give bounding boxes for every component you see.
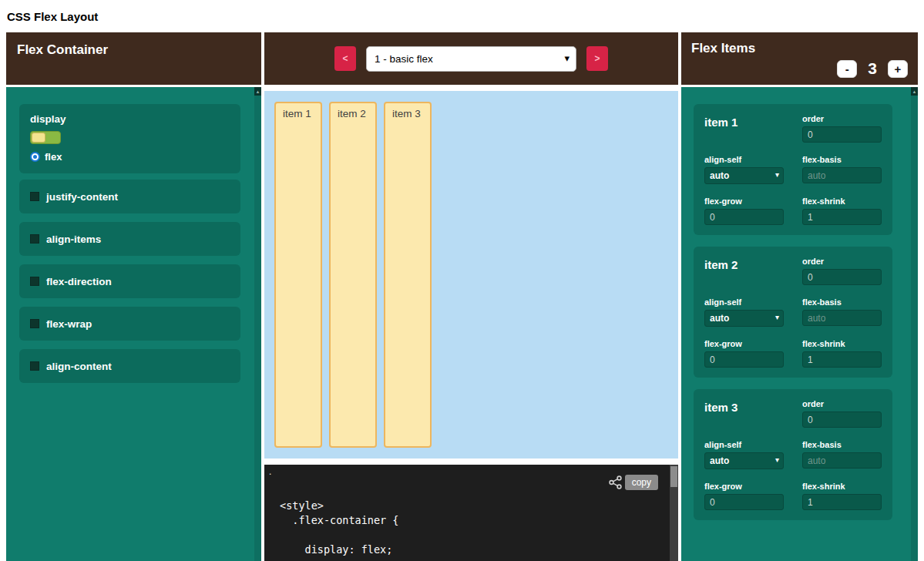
justify-content-label: justify-content [46, 191, 118, 203]
scroll-up-arrow-icon[interactable]: ▲ [254, 87, 261, 96]
order-input[interactable] [802, 126, 882, 143]
example-select[interactable]: 1 - basic flex [366, 46, 576, 72]
align-content-label: align-content [46, 361, 112, 372]
flex-shrink-label: flex-shrink [802, 482, 882, 491]
display-flex-radio-label: flex [45, 151, 62, 163]
flex-shrink-input[interactable] [802, 209, 882, 225]
flex-items-panel-title: Flex Items [691, 41, 908, 56]
remove-item-button[interactable]: - [837, 60, 857, 78]
display-label: display [30, 113, 230, 125]
flex-basis-input[interactable] [802, 310, 882, 326]
property-card-align-items: align-items [19, 222, 240, 256]
flex-shrink-input[interactable] [802, 494, 882, 510]
align-items-label: align-items [46, 233, 101, 245]
item-card-title: item 2 [704, 257, 784, 271]
right-panel-scrollbar[interactable]: ▲ [911, 87, 918, 561]
flex-basis-field: flex-basis [802, 297, 882, 326]
flex-wrap-checkbox[interactable] [30, 319, 39, 328]
flex-basis-field: flex-basis [802, 440, 882, 469]
flex-shrink-input[interactable] [802, 351, 882, 368]
align-content-checkbox[interactable] [30, 361, 39, 371]
item-count-controls: - 3 + [691, 59, 908, 78]
flex-container-panel-header: Flex Container [6, 32, 261, 85]
copy-code-button[interactable]: copy [625, 475, 658, 490]
flex-items-panel-header: Flex Items - 3 + [681, 32, 918, 85]
flex-wrap-label: flex-wrap [46, 318, 92, 330]
item-count: 3 [868, 59, 877, 78]
order-field: order [802, 257, 882, 285]
flex-basis-label: flex-basis [802, 155, 882, 164]
preview-flex-item-3: item 3 [384, 102, 432, 448]
preview-panel: < 1 - basic flex ▾ > item 1 item 2 item … [264, 32, 678, 561]
code-panel: . copy <style> .flex-container { display… [264, 465, 678, 561]
align-self-select[interactable]: auto [704, 310, 784, 327]
example-select-wrap: 1 - basic flex ▾ [366, 46, 576, 72]
align-self-select-wrap: auto ▾ [704, 167, 784, 184]
flex-shrink-label: flex-shrink [802, 339, 882, 348]
align-self-field: align-self auto ▾ [704, 297, 784, 327]
align-self-field: align-self auto ▾ [704, 155, 784, 184]
order-input[interactable] [802, 269, 882, 285]
align-self-select-wrap: auto ▾ [704, 452, 784, 469]
order-field: order [802, 399, 882, 428]
display-flex-radio-row: flex [30, 151, 230, 163]
item-card-3: item 3 order align-self auto ▾ flex-basi [694, 389, 892, 520]
property-card-flex-wrap: flex-wrap [19, 307, 240, 341]
flex-basis-label: flex-basis [802, 440, 882, 449]
flex-items-panel: Flex Items - 3 + item 1 order align-self [681, 32, 918, 561]
scroll-up-arrow-icon[interactable]: ▲ [911, 87, 918, 96]
preview-flex-item-2: item 2 [329, 102, 377, 448]
order-input[interactable] [802, 412, 882, 428]
flex-direction-checkbox[interactable] [30, 277, 39, 286]
item-card-2: item 2 order align-self auto ▾ flex-basi [694, 247, 892, 378]
flex-basis-input[interactable] [802, 167, 882, 183]
flex-shrink-label: flex-shrink [802, 197, 882, 206]
align-self-label: align-self [704, 297, 784, 307]
share-icon[interactable] [609, 475, 623, 489]
order-field: order [802, 114, 882, 143]
flex-container-panel-body: display flex justify-content align-items [6, 87, 261, 561]
flex-container-panel-title: Flex Container [6, 32, 261, 58]
add-item-button[interactable]: + [888, 60, 908, 78]
code-corner-dot: . [269, 466, 271, 477]
align-self-select[interactable]: auto [704, 452, 784, 469]
code-scrollbar-thumb[interactable] [670, 466, 677, 487]
next-example-button[interactable]: > [586, 46, 608, 71]
property-card-justify-content: justify-content [19, 180, 240, 213]
flex-grow-input[interactable] [704, 351, 784, 368]
example-switcher-bar: < 1 - basic flex ▾ > [264, 32, 678, 85]
order-label: order [802, 114, 882, 123]
align-self-label: align-self [704, 155, 784, 164]
flex-grow-field: flex-grow [704, 339, 784, 368]
code-line: .flex-container { [280, 513, 660, 528]
css-code: <style> .flex-container { display: flex; [280, 499, 660, 557]
left-panel-scrollbar[interactable]: ▲ [254, 87, 261, 561]
flex-grow-input[interactable] [704, 494, 784, 510]
flex-grow-input[interactable] [704, 209, 784, 225]
property-card-flex-direction: flex-direction [19, 264, 240, 298]
page-header: CSS Flex Layout [0, 0, 924, 32]
flex-basis-field: flex-basis [802, 155, 882, 183]
align-self-select-wrap: auto ▾ [704, 310, 784, 327]
flex-basis-input[interactable] [802, 452, 882, 469]
code-scrollbar[interactable] [670, 465, 678, 561]
justify-content-checkbox[interactable] [30, 192, 39, 201]
item-card-title: item 1 [704, 114, 784, 129]
align-items-checkbox[interactable] [30, 234, 39, 244]
flex-grow-field: flex-grow [704, 482, 784, 510]
code-line: <style> [280, 499, 660, 513]
flex-container-panel: Flex Container display flex justify-cont… [6, 32, 261, 561]
item-card-1: item 1 order align-self auto ▾ flex-basi [694, 104, 892, 235]
align-self-field: align-self auto ▾ [704, 440, 784, 469]
flex-basis-label: flex-basis [802, 297, 882, 307]
flex-items-panel-body: item 1 order align-self auto ▾ flex-basi [681, 87, 918, 561]
flex-direction-label: flex-direction [46, 276, 112, 287]
align-self-select[interactable]: auto [704, 167, 784, 184]
property-card-align-content: align-content [19, 349, 240, 383]
previous-example-button[interactable]: < [334, 46, 356, 71]
flex-shrink-field: flex-shrink [802, 482, 882, 510]
display-toggle[interactable] [30, 131, 61, 144]
display-flex-radio[interactable] [30, 152, 40, 162]
preview-flex-item-1: item 1 [274, 102, 322, 448]
flex-grow-label: flex-grow [704, 482, 784, 491]
